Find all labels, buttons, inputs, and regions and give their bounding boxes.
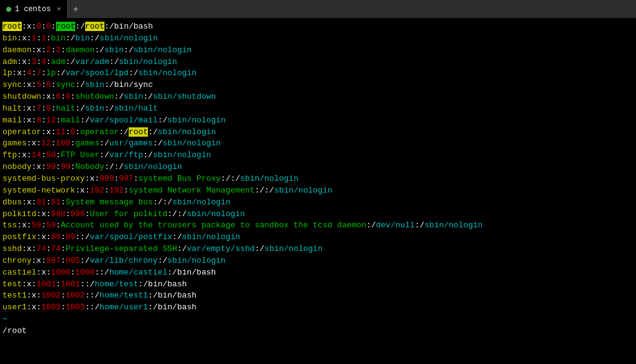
table-row: sync:x:5:0:sync:/sbin:/bin/sync bbox=[2, 80, 634, 91]
table-row: tss:x:59:59:Account used by the trousers… bbox=[2, 220, 634, 232]
terminal-output: root:x:0:0:root:/root:/bin/bash bin:x:1:… bbox=[0, 19, 636, 364]
table-row: systemd-network:x:192:192:systemd Networ… bbox=[2, 185, 634, 197]
table-row: test:x:1001:1001::/home/test:/bin/bash bbox=[2, 279, 634, 291]
tilde-line: ~ bbox=[2, 314, 634, 325]
gecos-root: root bbox=[56, 22, 75, 31]
table-row: mail:x:8:12:mail:/var/spool/mail:/sbin/n… bbox=[2, 115, 634, 127]
table-row: daemon:x:2:2:daemon:/sbin:/sbin/nologin bbox=[2, 45, 634, 57]
table-row: user1:x:1003:1003::/home/user1:/bin/bash bbox=[2, 302, 634, 314]
tab-status-dot bbox=[6, 7, 11, 12]
tab-close-button[interactable]: × bbox=[57, 6, 62, 13]
table-row: sshd:x:74:74:Privilege-separated SSH:/va… bbox=[2, 243, 634, 255]
table-row: nobody:x:99:99:Nobody:/:/sbin/nologin bbox=[2, 162, 634, 173]
tab-label: 1 centos bbox=[15, 5, 51, 14]
table-row: test1:x:1002:1002::/home/test1:/bin/bash bbox=[2, 290, 634, 302]
new-tab-button[interactable]: + bbox=[68, 0, 83, 19]
table-row: games:x:12:100:games:/usr/games:/sbin/no… bbox=[2, 138, 634, 150]
table-row: lp:x:4:7:lp:/var/spool/lpd:/sbin/nologin bbox=[2, 68, 634, 80]
table-row: bin:x:1:1:bin:/bin:/sbin/nologin bbox=[2, 33, 634, 45]
table-row: dbus:x:81:81:System message bus:/:/sbin/… bbox=[2, 197, 634, 209]
table-row: chrony:x:997:995:/var/lib/chrony:/sbin/n… bbox=[2, 255, 634, 267]
table-row: ftp:x:14:50:FTP User:/var/ftp:/sbin/nolo… bbox=[2, 150, 634, 162]
table-row: halt:x:7:0:halt:/sbin:/sbin/halt bbox=[2, 103, 634, 115]
table-row: operator:x:11:0:operator:/root:/sbin/nol… bbox=[2, 127, 634, 139]
tab-bar: 1 centos × + bbox=[0, 0, 636, 19]
table-row: castiel:x:1000:1000::/home/castiel:/bin/… bbox=[2, 267, 634, 279]
table-row: shutdown:x:6:0:shutdown:/sbin:/sbin/shut… bbox=[2, 91, 634, 103]
user-root: root bbox=[2, 22, 22, 31]
table-row: adm:x:3:4:adm:/var/adm:/sbin/nologin bbox=[2, 57, 634, 68]
table-row: postfix:x:89:89::/var/spool/postfix:/sbi… bbox=[2, 232, 634, 243]
tab-centos[interactable]: 1 centos × bbox=[0, 0, 68, 18]
table-row: polkitd:x:998:996:User for polkitd:/:/sb… bbox=[2, 209, 634, 221]
table-row: root:x:0:0:root:/root:/bin/bash bbox=[2, 21, 634, 33]
prompt-line: /root bbox=[2, 325, 634, 337]
table-row: systemd-bus-proxy:x:999:997:systemd Bus … bbox=[2, 173, 634, 185]
